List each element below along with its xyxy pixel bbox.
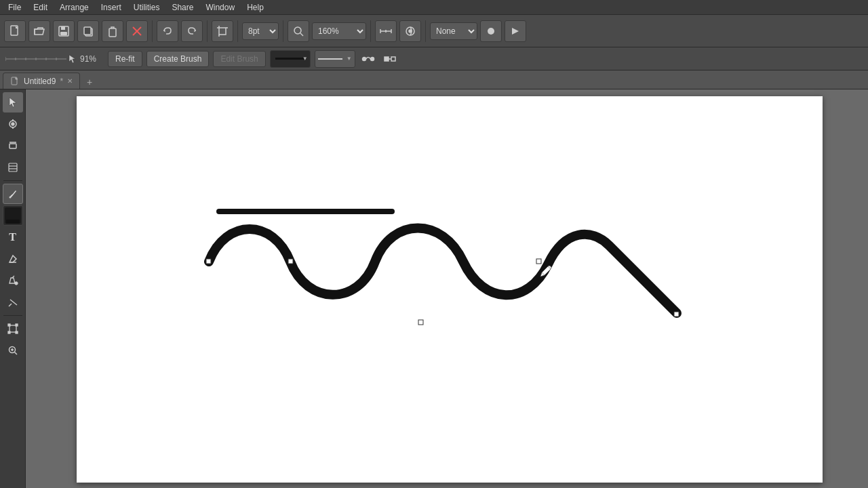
- tab-untitled9[interactable]: Untitled9 * ✕: [3, 73, 80, 89]
- stroke-line: [275, 58, 305, 60]
- svg-line-56: [9, 304, 12, 306]
- path-edit-button[interactable]: [359, 50, 377, 68]
- text-tool-icon: T: [9, 231, 16, 243]
- main-toolbar: 8pt 4pt 12pt 160% 100% 200% None Left Ri…: [0, 15, 868, 47]
- menubar: File Edit Arrange Insert Utilities Share…: [0, 0, 868, 15]
- svg-marker-38: [9, 98, 16, 107]
- undo-button[interactable]: [157, 20, 178, 42]
- add-tab-button[interactable]: +: [83, 75, 96, 89]
- svg-rect-68: [288, 259, 293, 264]
- secondary-toolbar: 91% Re-fit Create Brush Edit Brush ▼ ▼: [0, 47, 868, 70]
- tool-layer[interactable]: [3, 157, 23, 178]
- svg-rect-2: [61, 26, 65, 30]
- stroke-style-selector[interactable]: ▼: [315, 50, 355, 68]
- tool-select[interactable]: [3, 92, 23, 113]
- svg-rect-35: [391, 57, 395, 61]
- flow-select[interactable]: None Left Right: [430, 22, 477, 40]
- svg-point-14: [294, 27, 301, 34]
- stroke-size-select[interactable]: 8pt 4pt 12pt: [242, 22, 279, 40]
- svg-rect-59: [16, 324, 18, 326]
- svg-rect-5: [84, 27, 91, 35]
- tool-transform[interactable]: [3, 319, 23, 339]
- flow-next-button[interactable]: [505, 20, 526, 42]
- cursor-icon: [68, 54, 76, 64]
- flow-arrow-button[interactable]: [480, 20, 502, 42]
- tab-label: Untitled9: [24, 77, 56, 86]
- svg-point-33: [370, 57, 374, 60]
- tool-pen[interactable]: [3, 114, 23, 134]
- crop-button[interactable]: [212, 20, 233, 42]
- svg-rect-9: [219, 28, 226, 35]
- open-button[interactable]: [28, 20, 50, 42]
- svg-rect-50: [6, 220, 20, 224]
- svg-point-22: [488, 28, 494, 35]
- svg-marker-51: [9, 256, 16, 262]
- svg-rect-58: [8, 324, 10, 326]
- stroke-dropdown-arrow: ▼: [302, 56, 308, 62]
- zoom-select[interactable]: 160% 100% 200%: [312, 22, 366, 40]
- tool-eraser[interactable]: [3, 249, 23, 269]
- svg-line-63: [14, 352, 17, 355]
- svg-marker-31: [69, 55, 75, 63]
- tool-zoom[interactable]: [3, 340, 23, 361]
- separator-6: [425, 20, 426, 42]
- new-button[interactable]: [4, 20, 26, 42]
- tool-paint[interactable]: [3, 184, 23, 204]
- separator-5: [370, 20, 371, 42]
- menu-file[interactable]: File: [3, 1, 26, 14]
- separator-4: [283, 20, 283, 42]
- edit-brush-button[interactable]: Edit Brush: [213, 51, 265, 67]
- menu-arrange[interactable]: Arrange: [54, 1, 94, 14]
- stroke-color-selector[interactable]: ▼: [270, 50, 311, 68]
- stroke-style-arrow: ▼: [347, 56, 352, 62]
- svg-rect-70: [536, 259, 541, 264]
- svg-rect-69: [418, 320, 423, 325]
- tool-knife[interactable]: [3, 292, 23, 312]
- menu-utilities[interactable]: Utilities: [128, 1, 165, 14]
- tool-bucket[interactable]: [3, 270, 23, 291]
- svg-rect-34: [384, 57, 389, 61]
- tab-close-button[interactable]: ✕: [67, 77, 73, 85]
- menu-window[interactable]: Window: [200, 1, 240, 14]
- paste-button[interactable]: [102, 20, 123, 42]
- tabbar: Untitled9 * ✕ +: [0, 70, 868, 89]
- measure-button[interactable]: [375, 20, 397, 42]
- main-layout: T: [0, 89, 868, 488]
- svg-point-54: [15, 282, 18, 285]
- audio-button[interactable]: [399, 20, 421, 42]
- create-brush-button[interactable]: Create Brush: [146, 51, 210, 67]
- tool-separator-1: [3, 180, 22, 181]
- svg-rect-60: [8, 331, 10, 333]
- menu-help[interactable]: Help: [241, 1, 269, 14]
- tool-text[interactable]: T: [3, 227, 23, 247]
- tools-panel: T: [0, 89, 26, 488]
- separator-2: [207, 20, 208, 42]
- svg-rect-3: [60, 32, 67, 35]
- svg-rect-71: [674, 312, 679, 317]
- menu-insert[interactable]: Insert: [96, 1, 127, 14]
- delete-button[interactable]: [126, 20, 148, 42]
- stroke-style-line: [318, 58, 342, 60]
- tab-modified-indicator: *: [60, 77, 63, 86]
- zoom-percent: 91%: [80, 54, 104, 64]
- tool-shape[interactable]: [3, 136, 23, 156]
- drawing-canvas[interactable]: [77, 96, 823, 483]
- refit-button[interactable]: Re-fit: [108, 51, 142, 67]
- svg-point-48: [9, 197, 11, 199]
- tab-doc-icon: [10, 77, 20, 86]
- canvas-area[interactable]: [26, 89, 868, 488]
- menu-edit[interactable]: Edit: [28, 1, 53, 14]
- redo-button[interactable]: [181, 20, 203, 42]
- copy-button[interactable]: [77, 20, 99, 42]
- svg-rect-67: [206, 259, 211, 264]
- save-button[interactable]: [53, 20, 75, 42]
- svg-rect-45: [9, 163, 17, 171]
- svg-rect-43: [9, 144, 16, 148]
- tool-fill[interactable]: [3, 205, 23, 226]
- zoom-out-button[interactable]: [288, 20, 309, 42]
- menu-share[interactable]: Share: [166, 1, 199, 14]
- svg-rect-6: [109, 28, 116, 37]
- svg-rect-61: [16, 331, 18, 333]
- node-edit-button[interactable]: [381, 50, 399, 68]
- svg-marker-23: [512, 28, 519, 35]
